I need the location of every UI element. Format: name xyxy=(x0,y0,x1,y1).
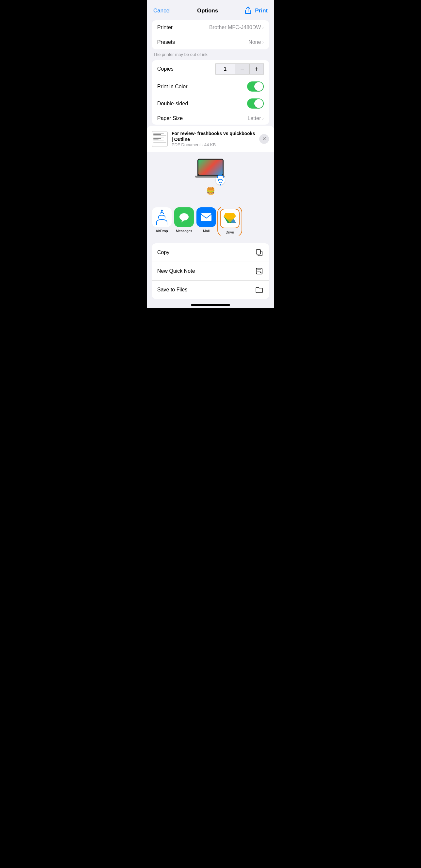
svg-rect-4 xyxy=(256,250,260,254)
airdrop-device-item[interactable]: 🍔 xyxy=(197,159,224,195)
mail-app-label: Mail xyxy=(203,229,209,233)
quick-note-action[interactable]: New Quick Note xyxy=(152,262,269,281)
share-apps-scroll: AirDrop Messages xyxy=(147,207,274,236)
share-apps-section: AirDrop Messages xyxy=(147,202,274,241)
copy-label: Copy xyxy=(157,250,169,255)
share-app-messages[interactable]: Messages xyxy=(174,207,194,236)
toggle-thumb xyxy=(254,82,263,91)
mail-app-icon xyxy=(196,207,216,227)
copy-action[interactable]: Copy xyxy=(152,243,269,262)
drive-app-label: Drive xyxy=(226,230,234,234)
quick-note-label: New Quick Note xyxy=(157,268,195,274)
print-color-label: Print in Color xyxy=(157,84,187,90)
double-sided-row: Double-sided xyxy=(152,95,269,112)
airdrop-badge xyxy=(216,176,225,185)
svg-point-0 xyxy=(180,213,189,220)
copies-value: 1 xyxy=(216,63,235,74)
drive-app-icon xyxy=(220,209,239,228)
airdrop-app-icon xyxy=(152,207,172,227)
printer-presets-card: Printer Brother MFC-J480DW › Presets Non… xyxy=(152,20,269,50)
file-name: For review- freshbooks vs quickbooks | O… xyxy=(172,130,255,142)
ink-warning: The printer may be out of ink. xyxy=(153,52,268,57)
printer-value: Brother MFC-J480DW › xyxy=(209,25,264,30)
copies-stepper: 1 − + xyxy=(216,63,264,74)
messages-app-label: Messages xyxy=(176,229,192,233)
share-app-drive[interactable]: Drive xyxy=(219,207,241,236)
file-info: For review- freshbooks vs quickbooks | O… xyxy=(172,130,255,147)
share-app-mail[interactable]: Mail xyxy=(196,207,216,236)
decrement-button[interactable]: − xyxy=(235,63,249,74)
print-color-toggle[interactable] xyxy=(247,82,264,92)
printer-chevron-icon: › xyxy=(262,25,264,30)
device-emoji: 🍔 xyxy=(206,187,215,195)
presets-chevron-icon: › xyxy=(262,39,264,45)
save-files-action[interactable]: Save to Files xyxy=(152,281,269,299)
airdrop-devices-section: 🍔 xyxy=(147,152,274,202)
copy-icon xyxy=(255,248,264,257)
presets-value: None › xyxy=(249,39,264,45)
presets-row[interactable]: Presets None › xyxy=(152,35,269,50)
device-icon xyxy=(197,159,224,185)
share-sheet: For review- freshbooks vs quickbooks | O… xyxy=(147,126,274,308)
copies-row: Copies 1 − + xyxy=(152,60,269,78)
quick-note-icon xyxy=(255,267,264,276)
cancel-button[interactable]: Cancel xyxy=(153,7,171,14)
page-title: Options xyxy=(197,7,218,14)
home-indicator xyxy=(147,302,274,308)
svg-rect-2 xyxy=(201,213,212,221)
printer-row[interactable]: Printer Brother MFC-J480DW › xyxy=(152,20,269,35)
save-files-label: Save to Files xyxy=(157,287,187,293)
print-button[interactable]: Print xyxy=(255,7,268,14)
header-bar: Cancel Options Print xyxy=(147,0,274,20)
paper-size-label: Paper Size xyxy=(157,116,183,121)
paper-size-row[interactable]: Paper Size Letter › xyxy=(152,112,269,125)
paper-size-value: Letter › xyxy=(248,116,264,121)
copies-label: Copies xyxy=(157,66,173,72)
share-icon[interactable] xyxy=(245,6,252,16)
save-files-icon xyxy=(255,285,264,294)
double-sided-toggle[interactable] xyxy=(247,98,264,108)
paper-size-chevron-icon: › xyxy=(262,116,264,121)
printer-label: Printer xyxy=(157,25,172,30)
action-list: Copy New Quick Note xyxy=(152,243,269,299)
print-settings-card: Copies 1 − + Print in Color Double-sided xyxy=(152,60,269,125)
double-sided-label: Double-sided xyxy=(157,101,188,106)
airdrop-app-label: AirDrop xyxy=(156,229,168,233)
header-right: Print xyxy=(245,6,268,16)
messages-app-icon xyxy=(174,207,194,227)
file-thumbnail xyxy=(152,131,168,147)
close-button[interactable]: ✕ xyxy=(259,134,269,144)
macbook-icon xyxy=(197,159,224,176)
file-meta: PDF Document · 44 KB xyxy=(172,142,255,147)
share-app-airdrop[interactable]: AirDrop xyxy=(152,207,172,236)
file-preview: For review- freshbooks vs quickbooks | O… xyxy=(147,126,274,152)
increment-button[interactable]: + xyxy=(249,63,264,74)
print-color-row: Print in Color xyxy=(152,78,269,95)
home-bar xyxy=(191,304,230,306)
toggle-thumb-2 xyxy=(254,99,263,108)
presets-label: Presets xyxy=(157,39,175,45)
